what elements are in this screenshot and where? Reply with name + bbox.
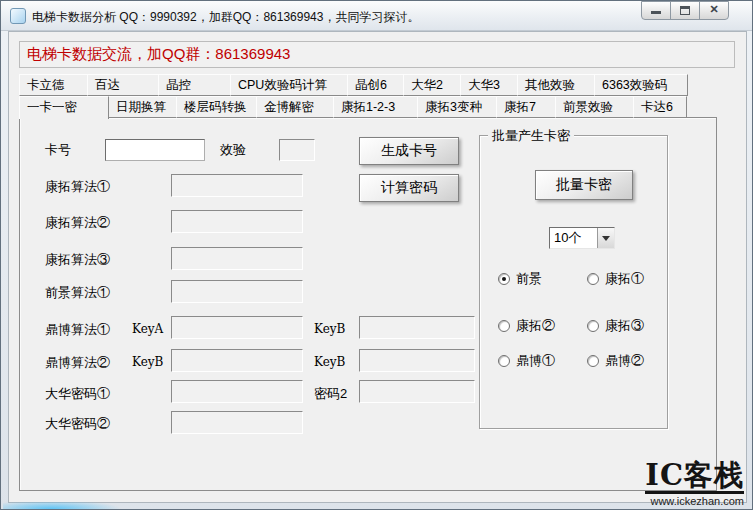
batch-generate-button[interactable]: 批量卡密 bbox=[535, 170, 633, 200]
dingbo2-keyb2-input[interactable] bbox=[359, 349, 475, 372]
dingbo2-keyb1-label: KeyB bbox=[132, 355, 163, 369]
count-select-dropdown-button[interactable] bbox=[597, 228, 614, 248]
tab-page-one-card-one-pass: 卡号 效验 生成卡号 计算密码 康拓算法① 康拓算法② 康拓算法③ 前景算法① … bbox=[19, 117, 717, 491]
radio-dingbo1[interactable]: 鼎博① bbox=[498, 352, 555, 370]
radio-kangtuo1-label: 康拓① bbox=[605, 270, 644, 288]
app-window: 电梯卡数据分析 QQ：9990392，加群QQ：861369943，共同学习探讨… bbox=[0, 0, 753, 510]
tab-floor-code-convert[interactable]: 楼层码转换 bbox=[176, 96, 257, 118]
radio-kangtuo3-label: 康拓③ bbox=[605, 317, 644, 335]
kangtuo2-label: 康拓算法② bbox=[45, 214, 110, 232]
radio-kangtuo1[interactable]: 康拓① bbox=[587, 270, 644, 288]
maximize-icon bbox=[680, 6, 690, 15]
qianjing1-label: 前景算法① bbox=[45, 284, 110, 302]
close-icon: ✕ bbox=[700, 3, 728, 16]
caption-buttons: ✕ bbox=[642, 1, 729, 20]
kangtuo1-label: 康拓算法① bbox=[45, 178, 110, 196]
tab-row-1: 卡立德 百达 晶控 CPU效验码计算 晶创6 大华2 大华3 其他效验 6363… bbox=[19, 74, 688, 96]
watermark-site: www.ickezhan.com bbox=[645, 495, 744, 507]
window-title: 电梯卡数据分析 QQ：9990392，加群QQ：861369943，共同学习探讨… bbox=[32, 9, 419, 26]
dingbo2-label: 鼎博算法② bbox=[45, 354, 110, 372]
tab-kangtuo-123[interactable]: 康拓1-2-3 bbox=[333, 96, 418, 118]
card-no-label: 卡号 bbox=[45, 141, 71, 159]
card-no-input[interactable] bbox=[105, 139, 205, 161]
check-label: 效验 bbox=[220, 141, 246, 159]
calc-password-button[interactable]: 计算密码 bbox=[359, 174, 459, 202]
dingbo2-keyb1-input[interactable] bbox=[171, 349, 303, 372]
tab-row-2: 一卡一密 日期换算 楼层码转换 金博解密 康拓1-2-3 康拓3变种 康拓7 前… bbox=[19, 96, 687, 119]
dingbo1-keya-input[interactable] bbox=[171, 316, 303, 339]
radio-dingbo2-label: 鼎博② bbox=[605, 352, 644, 370]
tab-kalide[interactable]: 卡立德 bbox=[19, 74, 88, 96]
dahua1-mima2-label: 密码2 bbox=[314, 385, 347, 403]
tab-date-convert[interactable]: 日期换算 bbox=[108, 96, 177, 118]
kangtuo1-input[interactable] bbox=[171, 174, 303, 197]
qianjing1-input[interactable] bbox=[171, 280, 303, 303]
minimize-button[interactable] bbox=[641, 1, 671, 20]
batch-groupbox-title: 批量产生卡密 bbox=[488, 127, 574, 145]
kangtuo3-label: 康拓算法③ bbox=[45, 251, 110, 269]
radio-kangtuo2-label: 康拓② bbox=[516, 317, 555, 335]
radio-unselected-icon bbox=[587, 273, 599, 285]
tab-kada6[interactable]: 卡达6 bbox=[633, 96, 687, 118]
radio-qianjing-label: 前景 bbox=[516, 270, 542, 288]
minimize-icon bbox=[651, 11, 661, 14]
tab-jingkong[interactable]: 晶控 bbox=[158, 74, 231, 96]
radio-unselected-icon bbox=[498, 320, 510, 332]
kangtuo3-input[interactable] bbox=[171, 247, 303, 270]
radio-unselected-icon bbox=[587, 320, 599, 332]
radio-dingbo2[interactable]: 鼎博② bbox=[587, 352, 644, 370]
radio-selected-icon bbox=[498, 273, 510, 285]
radio-kangtuo2[interactable]: 康拓② bbox=[498, 317, 555, 335]
radio-unselected-icon bbox=[498, 355, 510, 367]
radio-kangtuo3[interactable]: 康拓③ bbox=[587, 317, 644, 335]
check-input[interactable] bbox=[279, 139, 315, 161]
tab-dahua2[interactable]: 大华2 bbox=[403, 74, 461, 96]
radio-unselected-icon bbox=[587, 355, 599, 367]
watermark-logo: IC客栈 bbox=[645, 460, 744, 494]
dahua2-label: 大华密码② bbox=[45, 415, 110, 433]
tab-dahua3[interactable]: 大华3 bbox=[460, 74, 518, 96]
watermark: IC客栈 www.ickezhan.com bbox=[645, 460, 744, 507]
kangtuo2-input[interactable] bbox=[171, 210, 303, 233]
count-select[interactable]: 10个 bbox=[549, 227, 615, 249]
qq-group-banner: 电梯卡数据交流，加QQ群：861369943 bbox=[19, 41, 735, 68]
maximize-button[interactable] bbox=[670, 1, 700, 20]
tab-other-check[interactable]: 其他效验 bbox=[517, 74, 595, 96]
dahua1-mima2-input[interactable] bbox=[359, 380, 475, 403]
app-icon bbox=[10, 8, 26, 24]
dingbo1-keyb-input[interactable] bbox=[359, 316, 475, 339]
dahua1-label: 大华密码① bbox=[45, 385, 110, 403]
close-button[interactable]: ✕ bbox=[699, 1, 729, 20]
tab-kangtuo3-variant[interactable]: 康拓3变种 bbox=[417, 96, 497, 118]
tab-baida[interactable]: 百达 bbox=[87, 74, 159, 96]
dingbo1-keyb-label: KeyB bbox=[314, 322, 345, 336]
dingbo1-keya-label: KeyA bbox=[132, 322, 163, 336]
tab-6363-check[interactable]: 6363效验码 bbox=[594, 74, 688, 96]
tab-qianjing-check[interactable]: 前景效验 bbox=[555, 96, 634, 118]
tab-jingchuang6[interactable]: 晶创6 bbox=[347, 74, 404, 96]
radio-dingbo1-label: 鼎博① bbox=[516, 352, 555, 370]
banner-text: 电梯卡数据交流，加QQ群：861369943 bbox=[27, 45, 290, 64]
tab-jinbo-decrypt[interactable]: 金博解密 bbox=[256, 96, 334, 118]
generate-card-button[interactable]: 生成卡号 bbox=[359, 137, 459, 165]
tab-kangtuo7[interactable]: 康拓7 bbox=[496, 96, 556, 118]
dingbo1-label: 鼎博算法① bbox=[45, 321, 110, 339]
chevron-down-icon bbox=[602, 236, 610, 241]
tab-cpu-check-calc[interactable]: CPU效验码计算 bbox=[230, 74, 348, 96]
radio-qianjing[interactable]: 前景 bbox=[498, 270, 542, 288]
title-bar: 电梯卡数据分析 QQ：9990392，加群QQ：861369943，共同学习探讨… bbox=[1, 1, 752, 31]
count-select-value: 10个 bbox=[550, 228, 597, 248]
tab-one-card-one-pass[interactable]: 一卡一密 bbox=[19, 96, 109, 119]
dahua1-input[interactable] bbox=[171, 380, 303, 403]
dahua2-input[interactable] bbox=[171, 411, 303, 434]
dingbo2-keyb2-label: KeyB bbox=[314, 355, 345, 369]
